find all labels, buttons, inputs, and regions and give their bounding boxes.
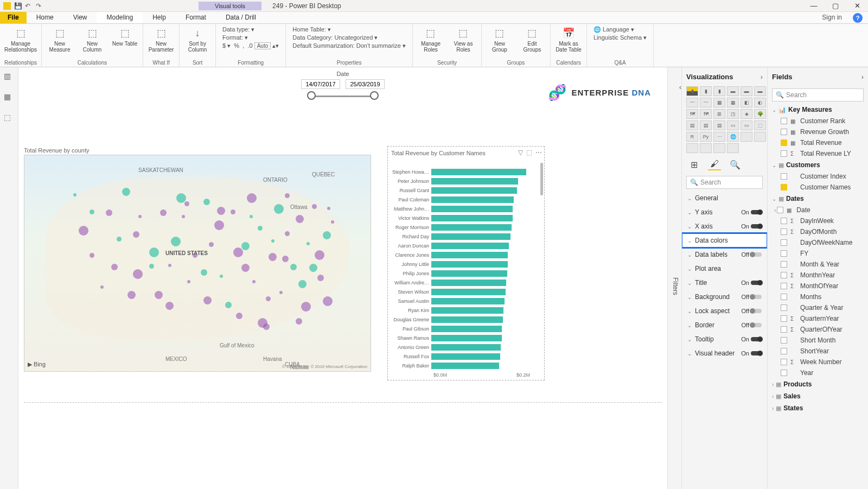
fields-table-customers[interactable]: ⌄▦Customers	[768, 159, 868, 171]
visual-type-7[interactable]: 〰	[700, 98, 712, 107]
format-row-tooltip[interactable]: ⌄TooltipOn	[682, 332, 767, 346]
visual-type-15[interactable]: ◳	[727, 109, 739, 119]
format-row-background[interactable]: ⌄BackgroundOff	[682, 290, 767, 304]
undo-icon[interactable]: ↶	[25, 2, 33, 10]
field-shortmonth[interactable]: Short Month	[768, 335, 868, 346]
bar-scrollbar[interactable]	[540, 163, 543, 195]
format-row-general[interactable]: ⌄General	[682, 191, 767, 205]
field-monthofyear[interactable]: ΣMonthOfYear	[768, 281, 868, 291]
date-slider[interactable]	[310, 96, 375, 97]
format-row-plotarea[interactable]: ⌄Plot area	[682, 262, 767, 276]
manage-relationships-button[interactable]: ⬚Manage Relationships	[7, 26, 34, 53]
minimize-button[interactable]: —	[803, 0, 825, 12]
visual-type-10[interactable]: ◧	[741, 98, 752, 107]
tab-help[interactable]: Help	[143, 12, 176, 23]
data-view-icon[interactable]: ▦	[4, 92, 15, 103]
filters-pane-collapsed[interactable]: ‹ Filters	[667, 67, 681, 489]
visual-type-11[interactable]: ◐	[754, 98, 766, 107]
visual-type-20[interactable]: ▤	[713, 120, 725, 130]
visual-type-27[interactable]: 🌐	[727, 132, 739, 142]
sort-by-column-button[interactable]: ↓Sort by Column	[184, 26, 211, 53]
decimals-decrease-icon[interactable]: .0	[247, 42, 252, 49]
chevron-right-icon[interactable]: ›	[861, 73, 864, 81]
format-icon[interactable]: 🖌	[708, 158, 721, 170]
format-row-border[interactable]: ⌄BorderOff	[682, 318, 767, 332]
field-dayinweek[interactable]: ΣDayInWeek	[768, 215, 868, 226]
visual-type-3[interactable]: ▬	[727, 86, 739, 96]
visual-type-2[interactable]: ▮	[713, 86, 725, 96]
close-button[interactable]: ✕	[846, 0, 868, 12]
data-type-dropdown[interactable]: Data type: ▾	[220, 26, 281, 34]
help-icon[interactable]: ?	[853, 13, 863, 23]
visual-type-0[interactable]: ▮	[686, 86, 698, 96]
focus-mode-icon[interactable]: ⬚	[526, 149, 532, 156]
visual-type-16[interactable]: ◈	[741, 109, 752, 119]
date-to-input[interactable]	[346, 79, 385, 89]
visual-type-28[interactable]	[741, 132, 752, 142]
percent-icon[interactable]: %	[234, 42, 239, 49]
fields-table-states[interactable]: ›▦States	[768, 402, 868, 414]
slider-handle-start[interactable]	[307, 91, 316, 100]
field-totalrevenuely[interactable]: ΣTotal Revenue LY	[768, 148, 868, 159]
field-date[interactable]: ›▦Date	[768, 205, 868, 215]
format-row-lockaspect[interactable]: ⌄Lock aspectOff	[682, 304, 767, 318]
visual-type-5[interactable]: ▬	[754, 86, 766, 96]
redo-icon[interactable]: ↷	[36, 2, 43, 10]
security-manage-button[interactable]: ⬚Manage Roles	[417, 26, 444, 53]
field-customerindex[interactable]: Customer Index	[768, 171, 868, 182]
visual-type-6[interactable]: 〰	[686, 98, 698, 107]
auto-decimals[interactable]: Auto	[254, 42, 271, 49]
format-dropdown[interactable]: Format: ▾	[220, 34, 281, 42]
format-row-datacolors[interactable]: ⌄Data colors	[682, 233, 767, 247]
visual-type-17[interactable]: 🌳	[754, 109, 766, 119]
visual-type-21[interactable]: ▭	[727, 120, 739, 130]
groups-new-button[interactable]: ⬚New Group	[486, 26, 513, 53]
analytics-icon[interactable]: 🔍	[729, 158, 742, 170]
home-table-dropdown[interactable]: Home Table: ▾	[290, 26, 408, 34]
field-year[interactable]: Year	[768, 367, 868, 378]
visual-type-22[interactable]: ▭	[741, 120, 752, 130]
field-customerrank[interactable]: ▦Customer Rank	[768, 116, 868, 126]
field-monthyear[interactable]: Month & Year	[768, 259, 868, 270]
fields-well-icon[interactable]: ⊞	[687, 158, 700, 170]
chevron-right-icon[interactable]: ›	[761, 73, 763, 81]
default-summarization-dropdown[interactable]: Default Summarization: Don't summarize ▾	[290, 42, 408, 50]
field-totalrevenue[interactable]: ▦Total Revenue	[768, 137, 868, 148]
visual-type-12[interactable]: 🗺	[686, 109, 698, 119]
tab-modeling[interactable]: Modeling	[97, 12, 143, 23]
data-category-dropdown[interactable]: Data Category: Uncategorized ▾	[290, 34, 408, 42]
tab-view[interactable]: View	[63, 12, 97, 23]
fields-table-dates[interactable]: ⌄▦Dates	[768, 193, 868, 205]
report-view-icon[interactable]: ▥	[4, 72, 15, 82]
field-quarteryear[interactable]: Quarter & Year	[768, 302, 868, 313]
new-parameter-button[interactable]: ⬚New Parameter	[148, 26, 175, 53]
bar-chart-visual[interactable]: Total Revenue by Customer Names ▽ ⬚ ⋯ St…	[387, 146, 545, 380]
fields-table-sales[interactable]: ›▦Sales	[768, 390, 868, 402]
visual-type-4[interactable]: ▬	[741, 86, 752, 96]
visual-type-19[interactable]: ▤	[700, 120, 712, 130]
tab-home[interactable]: Home	[27, 12, 63, 23]
slider-handle-end[interactable]	[370, 91, 379, 100]
visual-type-18[interactable]: ▤	[686, 120, 698, 130]
field-weeknumber[interactable]: ΣWeek Number	[768, 357, 868, 367]
visual-type-13[interactable]: 🗺	[700, 109, 712, 119]
field-dayofweekname[interactable]: DayOfWeekName	[768, 237, 868, 248]
visual-type-31[interactable]	[700, 143, 712, 153]
format-row-datalabels[interactable]: ⌄Data labelsOff	[682, 247, 767, 262]
field-months[interactable]: Months	[768, 291, 868, 302]
comma-icon[interactable]: ,	[242, 42, 244, 49]
map-visual[interactable]: UNITED STATES Gulf of Mexico MEXICO Hava…	[24, 155, 371, 372]
visual-type-29[interactable]	[754, 132, 766, 142]
calc-new-button[interactable]: ⬚New Measure	[46, 26, 73, 53]
field-fy[interactable]: FY	[768, 248, 868, 259]
model-view-icon[interactable]: ⬚	[4, 113, 15, 124]
field-customernames[interactable]: Customer Names	[768, 182, 868, 193]
visual-type-25[interactable]: Py	[700, 132, 712, 142]
visual-type-33[interactable]	[727, 143, 739, 153]
visual-type-26[interactable]: ⋯	[713, 132, 725, 142]
save-icon[interactable]: 💾	[14, 2, 22, 10]
format-row-title[interactable]: ⌄TitleOn	[682, 276, 767, 290]
field-monthnyear[interactable]: ΣMonthnYear	[768, 270, 868, 281]
visual-type-24[interactable]: R	[686, 132, 698, 142]
maximize-button[interactable]: ▢	[825, 0, 846, 12]
